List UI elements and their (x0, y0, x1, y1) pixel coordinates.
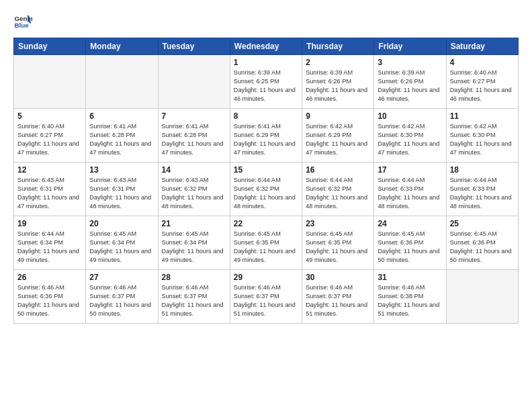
calendar-cell: 22Sunrise: 6:45 AMSunset: 6:35 PMDayligh… (230, 216, 302, 270)
weekday-header-monday: Monday (86, 38, 158, 55)
page: General Blue SundayMondayTuesdayWednesda… (0, 0, 532, 411)
day-info: Sunrise: 6:45 AMSunset: 6:36 PMDaylight:… (450, 230, 515, 265)
day-number: 31 (378, 273, 442, 282)
weekday-header-friday: Friday (374, 38, 446, 55)
calendar-cell: 29Sunrise: 6:46 AMSunset: 6:37 PMDayligh… (230, 270, 302, 324)
day-info: Sunrise: 6:46 AMSunset: 6:38 PMDaylight:… (378, 283, 442, 318)
calendar-cell: 5Sunrise: 6:40 AMSunset: 6:27 PMDaylight… (14, 109, 86, 163)
day-number: 5 (17, 111, 82, 121)
day-info: Sunrise: 6:39 AMSunset: 6:26 PMDaylight:… (378, 68, 442, 103)
day-info: Sunrise: 6:46 AMSunset: 6:36 PMDaylight:… (17, 283, 82, 318)
day-number: 11 (450, 111, 515, 121)
calendar-cell: 9Sunrise: 6:42 AMSunset: 6:29 PMDaylight… (302, 109, 374, 163)
day-number: 8 (234, 111, 298, 121)
calendar-cell: 1Sunrise: 6:39 AMSunset: 6:25 PMDaylight… (230, 55, 302, 109)
day-number: 21 (162, 219, 226, 228)
day-info: Sunrise: 6:45 AMSunset: 6:36 PMDaylight:… (378, 230, 442, 265)
calendar-cell: 8Sunrise: 6:41 AMSunset: 6:29 PMDaylight… (230, 109, 302, 163)
day-info: Sunrise: 6:46 AMSunset: 6:37 PMDaylight:… (306, 283, 370, 318)
day-number: 14 (162, 165, 226, 175)
calendar-cell: 7Sunrise: 6:41 AMSunset: 6:28 PMDaylight… (158, 109, 230, 163)
calendar-cell: 20Sunrise: 6:45 AMSunset: 6:34 PMDayligh… (86, 216, 158, 270)
weekday-header-row: SundayMondayTuesdayWednesdayThursdayFrid… (14, 38, 519, 55)
day-number: 30 (306, 273, 370, 282)
day-number: 15 (234, 165, 298, 175)
day-info: Sunrise: 6:39 AMSunset: 6:25 PMDaylight:… (234, 68, 298, 103)
weekday-header-sunday: Sunday (14, 38, 86, 55)
day-number: 9 (306, 111, 370, 121)
calendar-cell: 6Sunrise: 6:41 AMSunset: 6:28 PMDaylight… (86, 109, 158, 163)
day-number: 22 (234, 219, 298, 228)
day-info: Sunrise: 6:41 AMSunset: 6:28 PMDaylight:… (162, 122, 226, 157)
calendar-cell: 2Sunrise: 6:39 AMSunset: 6:26 PMDaylight… (302, 55, 374, 109)
day-number: 20 (89, 219, 154, 228)
day-number: 3 (378, 58, 442, 67)
weekday-header-wednesday: Wednesday (230, 38, 302, 55)
day-info: Sunrise: 6:42 AMSunset: 6:30 PMDaylight:… (378, 122, 442, 157)
day-number: 28 (162, 273, 226, 282)
day-info: Sunrise: 6:45 AMSunset: 6:35 PMDaylight:… (234, 230, 298, 265)
day-info: Sunrise: 6:42 AMSunset: 6:30 PMDaylight:… (450, 122, 515, 157)
calendar-cell: 14Sunrise: 6:43 AMSunset: 6:32 PMDayligh… (158, 163, 230, 216)
day-info: Sunrise: 6:39 AMSunset: 6:26 PMDaylight:… (306, 68, 370, 103)
week-row-3: 12Sunrise: 6:43 AMSunset: 6:31 PMDayligh… (14, 163, 519, 216)
day-info: Sunrise: 6:42 AMSunset: 6:29 PMDaylight:… (306, 122, 370, 157)
weekday-header-saturday: Saturday (446, 38, 518, 55)
day-number: 1 (234, 58, 298, 67)
calendar-cell: 4Sunrise: 6:40 AMSunset: 6:27 PMDaylight… (446, 55, 518, 109)
week-row-4: 19Sunrise: 6:44 AMSunset: 6:34 PMDayligh… (14, 216, 519, 270)
day-info: Sunrise: 6:44 AMSunset: 6:33 PMDaylight:… (378, 176, 442, 211)
day-info: Sunrise: 6:45 AMSunset: 6:34 PMDaylight:… (89, 230, 154, 265)
week-row-5: 26Sunrise: 6:46 AMSunset: 6:36 PMDayligh… (14, 270, 519, 324)
day-info: Sunrise: 6:43 AMSunset: 6:32 PMDaylight:… (162, 176, 226, 211)
calendar-cell: 23Sunrise: 6:45 AMSunset: 6:35 PMDayligh… (302, 216, 374, 270)
day-info: Sunrise: 6:40 AMSunset: 6:27 PMDaylight:… (17, 122, 82, 157)
day-info: Sunrise: 6:43 AMSunset: 6:31 PMDaylight:… (17, 176, 82, 211)
day-info: Sunrise: 6:46 AMSunset: 6:37 PMDaylight:… (162, 283, 226, 318)
calendar-cell (158, 55, 230, 109)
calendar-cell: 25Sunrise: 6:45 AMSunset: 6:36 PMDayligh… (446, 216, 518, 270)
day-number: 19 (17, 219, 82, 228)
generalblue-logo-icon: General Blue (13, 11, 32, 30)
day-number: 17 (378, 165, 442, 175)
day-number: 25 (450, 219, 515, 228)
calendar-cell: 16Sunrise: 6:44 AMSunset: 6:32 PMDayligh… (302, 163, 374, 216)
day-number: 27 (89, 273, 154, 282)
day-number: 13 (89, 165, 154, 175)
calendar-cell: 31Sunrise: 6:46 AMSunset: 6:38 PMDayligh… (374, 270, 446, 324)
day-number: 10 (378, 111, 442, 121)
calendar-cell: 17Sunrise: 6:44 AMSunset: 6:33 PMDayligh… (374, 163, 446, 216)
calendar-cell (14, 55, 86, 109)
calendar-cell (86, 55, 158, 109)
day-number: 18 (450, 165, 515, 175)
calendar-cell: 26Sunrise: 6:46 AMSunset: 6:36 PMDayligh… (14, 270, 86, 324)
calendar-cell: 24Sunrise: 6:45 AMSunset: 6:36 PMDayligh… (374, 216, 446, 270)
day-info: Sunrise: 6:44 AMSunset: 6:34 PMDaylight:… (17, 230, 82, 265)
day-number: 29 (234, 273, 298, 282)
calendar-cell: 11Sunrise: 6:42 AMSunset: 6:30 PMDayligh… (446, 109, 518, 163)
day-info: Sunrise: 6:46 AMSunset: 6:37 PMDaylight:… (89, 283, 154, 318)
calendar-cell: 3Sunrise: 6:39 AMSunset: 6:26 PMDaylight… (374, 55, 446, 109)
calendar-cell: 28Sunrise: 6:46 AMSunset: 6:37 PMDayligh… (158, 270, 230, 324)
svg-text:Blue: Blue (14, 21, 29, 29)
week-row-2: 5Sunrise: 6:40 AMSunset: 6:27 PMDaylight… (14, 109, 519, 163)
day-info: Sunrise: 6:44 AMSunset: 6:33 PMDaylight:… (450, 176, 515, 211)
calendar-table: SundayMondayTuesdayWednesdayThursdayFrid… (13, 38, 519, 324)
day-number: 23 (306, 219, 370, 228)
header: General Blue (13, 11, 519, 30)
day-info: Sunrise: 6:43 AMSunset: 6:31 PMDaylight:… (89, 176, 154, 211)
calendar-cell: 12Sunrise: 6:43 AMSunset: 6:31 PMDayligh… (14, 163, 86, 216)
day-number: 12 (17, 165, 82, 175)
calendar-cell: 30Sunrise: 6:46 AMSunset: 6:37 PMDayligh… (302, 270, 374, 324)
day-info: Sunrise: 6:46 AMSunset: 6:37 PMDaylight:… (234, 283, 298, 318)
week-row-1: 1Sunrise: 6:39 AMSunset: 6:25 PMDaylight… (14, 55, 519, 109)
calendar-cell: 10Sunrise: 6:42 AMSunset: 6:30 PMDayligh… (374, 109, 446, 163)
day-number: 7 (162, 111, 226, 121)
day-number: 24 (378, 219, 442, 228)
calendar-cell: 15Sunrise: 6:44 AMSunset: 6:32 PMDayligh… (230, 163, 302, 216)
calendar-cell: 18Sunrise: 6:44 AMSunset: 6:33 PMDayligh… (446, 163, 518, 216)
day-info: Sunrise: 6:45 AMSunset: 6:35 PMDaylight:… (306, 230, 370, 265)
calendar-cell: 21Sunrise: 6:45 AMSunset: 6:34 PMDayligh… (158, 216, 230, 270)
day-number: 26 (17, 273, 82, 282)
weekday-header-tuesday: Tuesday (158, 38, 230, 55)
